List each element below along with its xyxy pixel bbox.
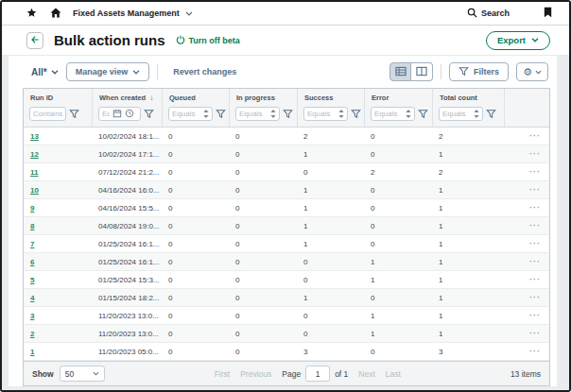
pagination-previous[interactable]: Previous (240, 369, 271, 379)
run-id-link[interactable]: 5 (30, 276, 34, 284)
table-view-toggle[interactable] (389, 62, 411, 81)
filter-funnel-icon[interactable] (283, 109, 293, 119)
table-row: 7 01/25/2024 16:1... 0 0 1 0 1 ··· (24, 235, 549, 253)
up-down-arrows-icon (338, 105, 344, 122)
error-filter-select[interactable]: Equals (371, 107, 415, 121)
row-actions-button[interactable]: ··· (529, 185, 541, 195)
table-row: 6 01/25/2024 16:1... 0 0 0 1 1 ··· (24, 253, 549, 271)
cell-error: 1 (364, 276, 432, 284)
view-selector[interactable]: All* (31, 67, 59, 77)
search-button[interactable]: Search (467, 8, 510, 20)
favorites-star-button[interactable] (26, 7, 37, 21)
when-created-filter[interactable]: Equals (98, 107, 141, 121)
export-button[interactable]: Export (486, 31, 550, 50)
filter-funnel-icon[interactable] (351, 109, 361, 119)
cell-queued: 0 (162, 294, 229, 302)
success-filter-select[interactable]: Equals (303, 107, 348, 121)
filter-funnel-icon[interactable] (69, 109, 79, 119)
column-header-when-created[interactable]: When created ↓ (92, 89, 162, 104)
row-actions-button[interactable]: ··· (529, 221, 541, 230)
cell-in-progress: 0 (229, 294, 297, 302)
settings-button[interactable]: ⚙ (516, 62, 548, 81)
row-actions-button[interactable]: ··· (529, 257, 541, 266)
run-id-link[interactable]: 11 (30, 168, 38, 177)
chevron-down-icon (51, 70, 59, 75)
page-size-select[interactable]: 50 (60, 366, 105, 382)
home-button[interactable] (50, 7, 61, 21)
manage-view-button[interactable]: Manage view (66, 62, 150, 81)
cell-actions: ··· (504, 167, 549, 177)
cell-total-count: 1 (432, 150, 504, 159)
filter-funnel-icon[interactable] (144, 109, 154, 119)
cell-when-created: 04/16/2024 15:5... (92, 204, 162, 213)
cell-error: 0 (364, 186, 432, 195)
cell-queued: 0 (162, 258, 229, 266)
cell-queued: 0 (162, 132, 229, 141)
cell-success: 1 (297, 204, 364, 213)
power-icon (176, 35, 185, 46)
run-id-link[interactable]: 12 (30, 150, 39, 159)
bookmarks-button[interactable] (544, 7, 552, 21)
cell-success: 2 (297, 132, 364, 141)
row-actions-button[interactable]: ··· (529, 347, 541, 356)
page-label: Page (282, 369, 301, 379)
cell-success: 1 (297, 150, 364, 159)
cell-total-count: 1 (432, 258, 504, 266)
cell-error: 0 (364, 294, 432, 302)
cell-success: 0 (297, 168, 364, 177)
row-actions-button[interactable]: ··· (529, 239, 541, 248)
row-actions-button[interactable]: ··· (529, 131, 541, 141)
search-icon (467, 8, 477, 20)
row-actions-button[interactable]: ··· (529, 167, 541, 177)
page-number-input[interactable] (305, 366, 330, 382)
cell-run-id: 2 (24, 330, 92, 338)
home-icon (50, 7, 61, 21)
pagination-next[interactable]: Next (358, 369, 374, 379)
row-actions-button[interactable]: ··· (529, 329, 541, 338)
run-id-link[interactable]: 9 (30, 204, 34, 213)
run-id-link[interactable]: 10 (30, 186, 39, 195)
column-view-toggle[interactable] (411, 62, 433, 81)
column-header-total-count[interactable]: Total count (432, 89, 504, 104)
run-id-link[interactable]: 13 (30, 132, 39, 141)
cell-in-progress: 0 (229, 222, 297, 230)
back-button[interactable] (26, 32, 43, 49)
cell-total-count: 1 (432, 276, 504, 284)
column-header-run-id[interactable]: Run ID (24, 89, 92, 104)
column-header-error[interactable]: Error (364, 89, 432, 104)
run-id-link[interactable]: 6 (30, 258, 34, 266)
run-id-link[interactable]: 7 (30, 240, 34, 248)
column-header-success[interactable]: Success (297, 89, 364, 104)
pagination-last[interactable]: Last (386, 369, 401, 379)
run-id-link[interactable]: 3 (30, 312, 34, 320)
filters-button[interactable]: Filters (449, 62, 509, 81)
in-progress-filter-select[interactable]: Equals (235, 107, 280, 121)
column-header-row: Run ID When created ↓ Queued In progress… (24, 89, 549, 104)
queued-filter-select[interactable]: Equals (168, 107, 213, 121)
row-actions-button[interactable]: ··· (529, 293, 541, 302)
cell-error: 1 (364, 330, 432, 338)
column-header-queued[interactable]: Queued (162, 89, 229, 104)
run-id-link[interactable]: 1 (30, 348, 34, 356)
filter-funnel-icon[interactable] (216, 109, 226, 119)
filter-funnel-icon[interactable] (486, 109, 496, 119)
run-id-link[interactable]: 8 (30, 222, 34, 230)
cell-run-id: 3 (24, 312, 92, 320)
column-header-in-progress[interactable]: In progress (229, 89, 297, 104)
row-actions-button[interactable]: ··· (529, 203, 541, 213)
row-actions-button[interactable]: ··· (529, 311, 541, 320)
pagination-first[interactable]: First (215, 369, 231, 379)
revert-changes-button[interactable]: Revert changes (173, 67, 236, 77)
clock-icon[interactable] (125, 105, 134, 122)
cell-error: 0 (364, 348, 432, 356)
filter-funnel-icon[interactable] (418, 109, 428, 119)
calendar-icon[interactable] (112, 105, 122, 122)
run-id-filter-input[interactable] (29, 107, 66, 121)
row-actions-button[interactable]: ··· (529, 149, 541, 159)
run-id-link[interactable]: 2 (30, 330, 34, 338)
turn-off-beta-button[interactable]: Turn off beta (176, 35, 240, 46)
run-id-link[interactable]: 4 (30, 294, 34, 302)
row-actions-button[interactable]: ··· (529, 275, 541, 284)
app-switcher[interactable]: Fixed Assets Management (61, 9, 193, 18)
total-count-filter-select[interactable]: Equals (439, 107, 483, 121)
